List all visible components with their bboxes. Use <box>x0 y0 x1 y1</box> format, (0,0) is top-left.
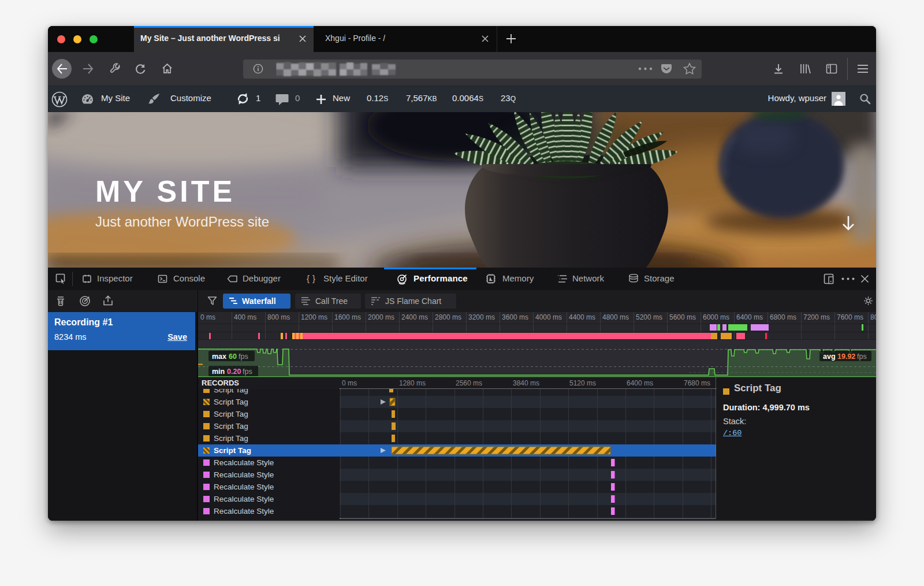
svg-text:1200 ms: 1200 ms <box>301 313 327 321</box>
svg-text:0.20: 0.20 <box>227 368 241 376</box>
svg-text:8000: 8000 <box>870 313 876 321</box>
svg-text:7200 ms: 7200 ms <box>803 313 830 321</box>
svg-text:6800 ms: 6800 ms <box>770 313 796 321</box>
svg-text:2800 ms: 2800 ms <box>435 313 461 321</box>
svg-text:19.92: 19.92 <box>837 353 855 361</box>
svg-text:0 ms: 0 ms <box>200 313 215 321</box>
svg-text:fps: fps <box>857 353 867 361</box>
svg-text:7600 ms: 7600 ms <box>837 313 863 321</box>
svg-text:6400 ms: 6400 ms <box>736 313 763 321</box>
svg-text:5600 ms: 5600 ms <box>669 313 696 321</box>
svg-text:800 ms: 800 ms <box>267 313 290 321</box>
svg-text:4800 ms: 4800 ms <box>602 313 629 321</box>
svg-text:max: max <box>212 353 226 361</box>
svg-text:MY SITE: MY SITE <box>95 175 235 208</box>
svg-text:3200 ms: 3200 ms <box>468 313 495 321</box>
svg-text:4400 ms: 4400 ms <box>569 313 595 321</box>
svg-text:6000 ms: 6000 ms <box>703 313 729 321</box>
svg-text:5200 ms: 5200 ms <box>636 313 662 321</box>
svg-text:1600 ms: 1600 ms <box>334 313 361 321</box>
svg-text:60: 60 <box>229 353 237 361</box>
svg-text:avg: avg <box>823 353 836 361</box>
svg-text:fps: fps <box>243 368 252 376</box>
svg-text:400 ms: 400 ms <box>234 313 256 321</box>
svg-text:fps: fps <box>239 353 248 361</box>
svg-text:2400 ms: 2400 ms <box>401 313 428 321</box>
svg-text:min: min <box>212 368 225 376</box>
svg-text:2000 ms: 2000 ms <box>368 313 394 321</box>
svg-text:3600 ms: 3600 ms <box>502 313 528 321</box>
svg-text:Just another WordPress site: Just another WordPress site <box>95 214 269 229</box>
svg-text:4000 ms: 4000 ms <box>535 313 562 321</box>
